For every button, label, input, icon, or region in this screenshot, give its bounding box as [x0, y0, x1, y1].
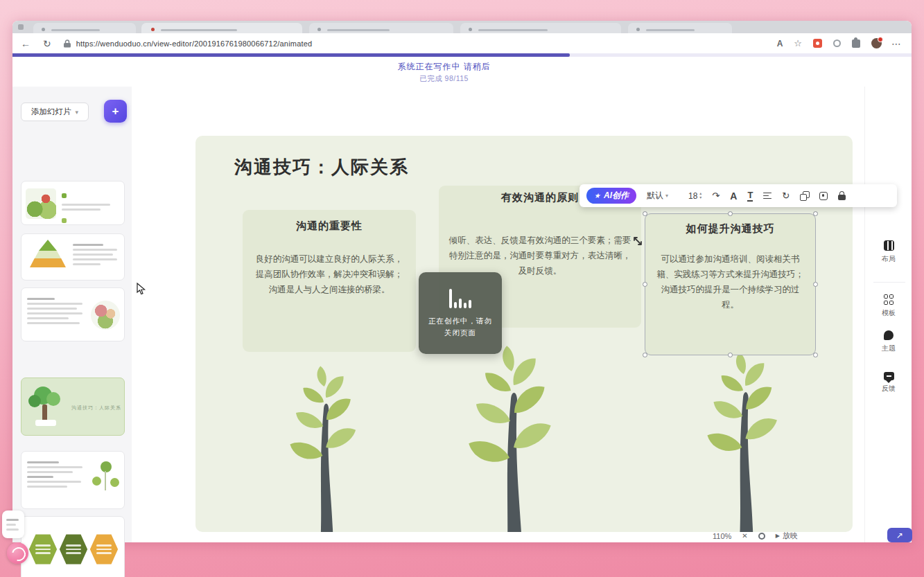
browser-tab-active[interactable] — [141, 23, 302, 33]
template-grid-icon — [884, 294, 894, 305]
rail-item-template[interactable]: 模板 — [865, 294, 912, 318]
browser-tab[interactable] — [33, 23, 136, 33]
window-icon — [18, 24, 24, 30]
rail-item-layout[interactable]: 布局 — [865, 240, 912, 264]
thumbnail-diagram — [91, 461, 121, 499]
textbox-title: 沟通的重要性 — [243, 210, 416, 233]
slide-thumbnail-1[interactable] — [21, 181, 125, 225]
slide-thumbnail-6[interactable] — [21, 516, 125, 577]
site-security-icon[interactable] — [64, 39, 71, 48]
overlay-text-line1: 正在创作中，请勿 — [428, 315, 492, 327]
thumbnail-text-lines — [27, 459, 85, 490]
play-label: 放映 — [783, 531, 798, 541]
browser-tab[interactable] — [309, 23, 453, 33]
thumbnail-title-text: 沟通技巧：人际关系 — [71, 405, 121, 411]
add-slide-button[interactable]: 添加幻灯片 ▾ — [21, 103, 89, 121]
rail-label: 模板 — [882, 308, 896, 318]
rail-item-feedback[interactable]: 反馈 — [865, 372, 912, 393]
rail-label: 反馈 — [882, 384, 896, 393]
align-icon[interactable] — [763, 193, 772, 199]
theme-palette-icon — [884, 330, 894, 340]
page-progress-fill — [12, 53, 570, 57]
slide-thumbnail-5[interactable] — [21, 451, 125, 509]
copy-icon[interactable] — [800, 191, 809, 200]
resize-handle[interactable] — [813, 353, 818, 357]
resize-cursor-icon — [632, 236, 643, 247]
textbox-importance[interactable]: 沟通的重要性 良好的沟通可以建立良好的人际关系，提高团队协作效率，解决冲突和误解… — [243, 210, 416, 352]
font-size-stepper[interactable]: 18 ▴▾ — [688, 191, 701, 201]
zoom-level[interactable]: 110% — [713, 532, 731, 540]
ai-create-label: AI创作 — [604, 190, 629, 202]
resize-handle[interactable] — [643, 282, 647, 287]
resize-handle[interactable] — [728, 353, 733, 357]
right-rail: 布局 模板 主题 反馈 — [864, 87, 912, 542]
extensions-puzzle-icon[interactable] — [852, 39, 860, 48]
promo-badge[interactable] — [7, 542, 28, 564]
lock-icon[interactable] — [838, 191, 846, 200]
generation-status-text: 系统正在写作中 请稍后 — [12, 61, 875, 73]
resize-handle[interactable] — [813, 282, 818, 287]
browser-window: ← ↻ https://wenduoduo.cn/view-editor/200… — [12, 21, 912, 542]
text-format-icon[interactable]: T — [747, 190, 753, 202]
profile-avatar[interactable] — [871, 38, 882, 48]
ai-create-button[interactable]: ★ AI创作 — [586, 188, 636, 204]
thumbnail-hexagon — [59, 533, 88, 565]
format-toolbar: ★ AI创作 默认 ▾ 18 ▴▾ ↷ A T ↻ — [579, 184, 897, 207]
browser-tab[interactable] — [628, 23, 732, 33]
stepper-arrows-icon: ▴▾ — [699, 192, 701, 199]
refresh-icon[interactable]: ↻ — [43, 39, 51, 48]
thumbnail-pyramid — [30, 240, 66, 267]
tree-illustration-right[interactable] — [684, 350, 802, 532]
thumbnail-tree — [28, 387, 66, 428]
browser-menu-icon[interactable]: ⋯ — [891, 39, 902, 48]
present-button[interactable]: ↗ — [887, 528, 912, 542]
browser-tabstrip — [12, 21, 912, 33]
rotate-icon[interactable]: ↻ — [782, 191, 790, 200]
rail-label: 布局 — [882, 254, 896, 264]
thumbnail-text-lines — [73, 241, 120, 268]
widget-badge[interactable] — [2, 511, 24, 538]
overlay-text-line2: 关闭页面 — [428, 327, 492, 339]
resize-handle[interactable] — [643, 353, 647, 357]
style-dropdown[interactable]: 默认 ▾ — [647, 190, 668, 202]
play-control[interactable]: ▶ 放映 — [776, 531, 798, 541]
mouse-cursor — [137, 283, 146, 295]
translate-icon[interactable]: A — [777, 39, 783, 48]
browser-toolbar: ← ↻ https://wenduoduo.cn/view-editor/200… — [12, 33, 912, 53]
slide-thumbnail-2[interactable] — [21, 233, 125, 281]
style-dropdown-value: 默认 — [647, 190, 663, 202]
add-slide-label: 添加幻灯片 — [31, 107, 71, 117]
browser-tab[interactable] — [460, 23, 621, 33]
thumbnail-image — [91, 301, 120, 330]
slide-thumbnail-3[interactable] — [21, 287, 125, 341]
generation-progress-text: 已完成 98/115 — [12, 74, 875, 84]
resize-handle[interactable] — [643, 211, 647, 216]
resize-handle[interactable] — [813, 211, 818, 216]
slide-title[interactable]: 沟通技巧：人际关系 — [234, 155, 409, 179]
chevron-down-icon: ▾ — [665, 193, 668, 199]
tree-illustration-center[interactable] — [442, 344, 580, 532]
record-icon[interactable] — [758, 533, 765, 540]
rail-item-theme[interactable]: 主题 — [865, 330, 912, 353]
textbox-body: 可以通过参加沟通培训、阅读相关书籍、实践练习等方式来提升沟通技巧；沟通技巧的提升… — [645, 252, 815, 313]
extension-badge-icon[interactable] — [813, 39, 822, 48]
thumbnail-text-lines — [27, 295, 87, 327]
address-url[interactable]: https://wenduoduo.cn/view-editor/2001916… — [76, 39, 313, 48]
rail-label: 主题 — [882, 344, 896, 353]
font-style-icon[interactable]: A — [730, 191, 737, 201]
resize-handle[interactable] — [728, 211, 733, 216]
ai-new-slide-button[interactable]: + — [104, 100, 127, 123]
thumbnail-hexagon — [28, 533, 58, 565]
textbox-improve-selected[interactable]: 如何提升沟通技巧 可以通过参加沟通培训、阅读相关书籍、实践练习等方式来提升沟通技… — [645, 213, 816, 355]
chevron-down-icon: ▾ — [75, 109, 78, 116]
back-icon[interactable]: ← — [21, 39, 30, 48]
bookmark-star-icon[interactable]: ☆ — [794, 39, 802, 48]
fit-screen-icon[interactable]: ✕ — [742, 532, 747, 540]
slide-thumbnail-4-selected[interactable]: 沟通技巧：人际关系 — [21, 378, 125, 436]
tree-illustration-left[interactable] — [268, 364, 379, 532]
font-size-value: 18 — [688, 191, 697, 201]
layers-icon[interactable] — [819, 192, 828, 200]
redo-curve-icon[interactable]: ↷ — [712, 191, 720, 200]
sync-ring-icon[interactable] — [833, 39, 841, 47]
feedback-bubble-icon — [884, 372, 894, 380]
